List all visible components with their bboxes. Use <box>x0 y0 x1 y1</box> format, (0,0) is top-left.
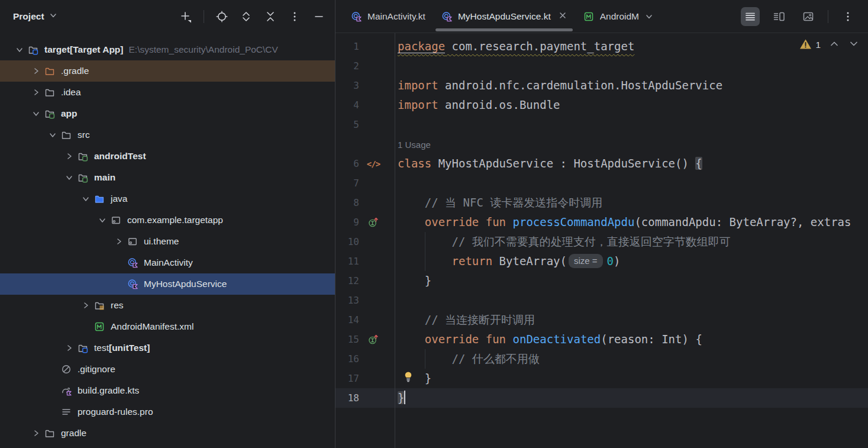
tree-item-ui-theme[interactable]: ui.theme <box>0 231 335 252</box>
chevron-right-icon[interactable] <box>111 237 127 246</box>
chevron-down-icon[interactable] <box>45 131 60 139</box>
add-button-plus-dropdown-icon[interactable] <box>179 10 192 23</box>
code-token: fun <box>486 333 506 346</box>
code-line-7: 7 <box>335 173 868 193</box>
editor-gutter[interactable]: 1 <box>335 37 395 56</box>
usages-inlay-hint[interactable]: 1 Usage <box>398 140 431 150</box>
chevron-right-icon[interactable] <box>28 88 44 96</box>
tree-item-target[interactable]: target [Target App]E:\system_security\An… <box>0 39 335 60</box>
android-component-icon[interactable]: </> <box>359 159 388 169</box>
folder-excluded-icon <box>44 65 56 77</box>
editor-gutter[interactable]: 7 <box>335 173 395 193</box>
more-options-button-kebab-icon[interactable] <box>288 10 301 23</box>
code-view-button[interactable] <box>741 7 760 26</box>
gitignore-icon <box>60 363 72 375</box>
split-view-button[interactable] <box>770 7 789 26</box>
chevron-down-icon[interactable] <box>12 46 27 54</box>
tree-item-test[interactable]: test [unitTest] <box>0 337 335 359</box>
expand-all-button-expand-all-icon[interactable] <box>240 10 253 23</box>
editor-gutter[interactable]: 18 <box>335 388 395 408</box>
editor-gutter[interactable]: 15 <box>335 330 395 349</box>
override-marker-icon[interactable] <box>359 334 388 346</box>
tree-item-label: .idea <box>61 87 81 98</box>
code-line-16: 16 // 什么都不用做 <box>335 349 868 369</box>
editor-tab-mainactivity-kt[interactable]: MainActivity.kt <box>343 0 433 33</box>
code-text: package com.research.payment_target <box>395 37 868 56</box>
intention-bulb-icon[interactable] <box>403 369 414 388</box>
tree-item-androidtest[interactable]: androidTest <box>0 146 335 167</box>
tree-item--gradle[interactable]: .gradle <box>0 60 335 82</box>
code-text: override fun onDeactivated(reason: Int) … <box>395 330 868 349</box>
tree-item-res[interactable]: res <box>0 295 335 316</box>
tree-item-app[interactable]: app <box>0 103 335 124</box>
design-view-button[interactable] <box>799 7 818 26</box>
code-token: class <box>398 157 431 170</box>
next-problem-chevron-down-icon[interactable] <box>848 38 860 52</box>
warning-icon <box>799 38 812 52</box>
editor-gutter[interactable]: 8 <box>335 193 395 212</box>
tree-item-label: MyHostApduService <box>144 279 227 289</box>
editor-gutter[interactable]: 6</> <box>335 154 395 173</box>
tree-item-main[interactable]: main <box>0 167 335 188</box>
chevron-down-icon[interactable] <box>95 216 110 224</box>
tree-item-mainactivity[interactable]: MainActivity <box>0 252 335 273</box>
editor-gutter[interactable]: 2 <box>335 56 395 76</box>
override-marker-icon[interactable] <box>359 217 388 228</box>
tree-item-com-example-targetapp[interactable]: com.example.targetapp <box>0 210 335 231</box>
hide-panel-button-minimize-icon[interactable] <box>312 10 325 23</box>
editor-gutter[interactable]: 12 <box>335 271 395 291</box>
line-number: 18 <box>340 392 359 404</box>
editor-gutter[interactable]: 14 <box>335 310 395 330</box>
tree-item--idea[interactable]: .idea <box>0 82 335 103</box>
editor-gutter[interactable]: 17 <box>335 369 395 388</box>
inspection-widget[interactable]: 1 <box>799 38 860 52</box>
line-number: 14 <box>340 314 359 325</box>
editor-gutter[interactable]: 13 <box>335 291 395 310</box>
chevron-down-icon[interactable] <box>28 109 44 118</box>
tree-item-myhostapduservice[interactable]: MyHostApduService <box>0 273 335 295</box>
chevron-down-icon[interactable] <box>78 195 93 203</box>
code-token: MyHostApduService : HostApduService() <box>431 157 695 170</box>
indent-guide <box>425 349 425 369</box>
prev-problem-chevron-up-icon[interactable] <box>828 38 840 52</box>
editor-gutter[interactable]: 4 <box>335 95 395 115</box>
editor-gutter[interactable]: 11 <box>335 252 395 271</box>
code-token <box>479 333 485 346</box>
editor-more-options-button[interactable] <box>838 7 857 26</box>
tree-item-label: src <box>78 130 90 140</box>
chevron-down-icon[interactable] <box>62 173 77 182</box>
editor-gutter[interactable]: 16 <box>335 349 395 369</box>
editor-gutter[interactable]: 5 <box>335 115 395 134</box>
code-token: processCommandApdu <box>513 215 635 228</box>
tree-item-src[interactable]: src <box>0 124 335 146</box>
code-line-17: 17 } <box>335 369 868 388</box>
locate-file-button-target-icon[interactable] <box>215 10 228 23</box>
chevron-right-icon[interactable] <box>78 301 93 310</box>
tree-item-java[interactable]: java <box>0 188 335 210</box>
editor-tab-androidm[interactable]: AndroidM <box>575 0 647 33</box>
code-editor[interactable]: 1 1package com.research.payment_target23… <box>335 33 868 448</box>
collapse-all-button-collapse-all-icon[interactable] <box>264 10 277 23</box>
editor-gutter[interactable]: 10 <box>335 232 395 252</box>
code-token: // 当 NFC 读卡器发送指令时调用 <box>425 196 603 209</box>
editor-gutter[interactable]: 9 <box>335 212 395 232</box>
code-line-12: 12 } <box>335 271 868 291</box>
line-number: 11 <box>340 256 359 267</box>
chevron-right-icon[interactable] <box>62 152 77 160</box>
chevron-right-icon[interactable] <box>62 344 77 352</box>
chevron-right-icon[interactable] <box>28 429 44 437</box>
code-token: { <box>695 157 702 170</box>
folder-badge-blue-icon <box>77 342 89 354</box>
editor-gutter[interactable]: 3 <box>335 76 395 95</box>
tree-item-androidmanifest-xml[interactable]: AndroidManifest.xml <box>0 316 335 337</box>
editor-tab-myhostapduservice-kt[interactable]: MyHostApduService.kt <box>433 0 575 33</box>
chevron-right-icon[interactable] <box>28 67 44 75</box>
tree-item-build-gradle-kts[interactable]: build.gradle.kts <box>0 380 335 401</box>
editor-gutter[interactable] <box>335 134 395 154</box>
close-tab-icon[interactable] <box>558 11 567 22</box>
tree-item-gradle[interactable]: gradle <box>0 423 335 444</box>
tree-item--gitignore[interactable]: .gitignore <box>0 359 335 380</box>
tree-item-proguard-rules-pro[interactable]: proguard-rules.pro <box>0 401 335 423</box>
kotlin-class-icon <box>127 278 138 290</box>
project-view-selector[interactable]: Project <box>13 11 58 22</box>
